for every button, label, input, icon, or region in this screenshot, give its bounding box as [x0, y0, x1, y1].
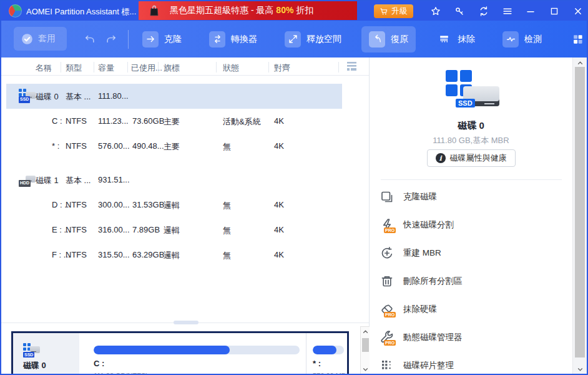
apply-button[interactable]: 套用 [14, 27, 67, 51]
partition-sub: 576.00 MB [313, 372, 346, 375]
action-label: 抹除硬碟 [403, 304, 437, 315]
shopping-bag-icon [147, 3, 161, 18]
menu-icon[interactable] [501, 5, 514, 18]
cell-used: 63.29GB [132, 250, 164, 259]
scroll-up-icon[interactable] [361, 328, 370, 336]
column-header-3[interactable]: 容量 [98, 62, 114, 74]
toolbar-button-1[interactable]: 克隆 [135, 26, 189, 52]
upgrade-button[interactable]: 升級 [374, 4, 413, 18]
toolbar-button-2[interactable]: 轉換器 [202, 26, 265, 52]
action-item-7[interactable]: 磁碟碎片整理 [370, 351, 572, 375]
toolbar-button-4[interactable]: 復原 [361, 26, 416, 52]
disk-map-strip[interactable]: SSD 磁碟 0 C : 111.23 GB(NTFS) * : 576.00 … [11, 331, 349, 375]
cell-flag: 邏輯 [164, 200, 180, 211]
action-item-6[interactable]: PRO動態磁碟管理器 [370, 323, 572, 351]
action-label: 重建 MBR [403, 248, 441, 259]
license-key-icon[interactable] [453, 5, 466, 18]
column-header-1[interactable]: 名稱 [36, 62, 52, 74]
partition-label: C : [94, 359, 104, 368]
close-button[interactable] [572, 5, 584, 18]
disk-map-label: SSD 磁碟 0 [13, 333, 79, 375]
wipe-icon [436, 31, 452, 48]
column-header-6[interactable]: 狀態 [223, 62, 239, 74]
partition-row[interactable]: F : ...NTFS315.50...63.29GB邏輯無4K [6, 242, 342, 268]
app-logo-icon [9, 4, 22, 18]
column-header-5[interactable]: 旗標 [164, 62, 180, 74]
quick-partition-icon: PRO [380, 218, 394, 232]
scroll-down-icon[interactable] [573, 365, 587, 374]
action-item-2[interactable]: PRO快速磁碟分割 [370, 211, 572, 239]
cell-used: 7.89GB [132, 225, 160, 234]
toolbar-button-7[interactable]: 工具 [562, 26, 588, 52]
disk-properties-button[interactable]: i 磁碟屬性與健康 [427, 149, 516, 167]
partition-row[interactable]: D : ...NTFS300.00...31.53GB邏輯無4K [6, 192, 342, 218]
scroll-down-icon[interactable] [361, 365, 370, 374]
table-rows: SSD磁碟 0基本 ...111.80...C :NTFS111.23...73… [6, 84, 342, 268]
panel-disk-info: 111.80 GB,基本 MBR [370, 135, 572, 146]
header-separator [94, 62, 94, 72]
disk-map-name: 磁碟 0 [23, 360, 46, 371]
toolbar-button-6[interactable]: 檢測 [495, 26, 549, 52]
view-options-icon[interactable] [343, 60, 358, 72]
partition-block-star[interactable]: * : 576.00 MB [306, 333, 347, 375]
undo-button[interactable] [84, 33, 96, 46]
ssd-disk-icon: SSD [19, 89, 36, 104]
action-label: 動態磁碟管理器 [403, 332, 463, 343]
cell-name: C : [52, 116, 62, 126]
header-separator [216, 62, 217, 72]
star-rate-icon[interactable] [429, 5, 442, 18]
redo-button[interactable] [105, 33, 117, 46]
header-separator [158, 62, 159, 72]
action-item-1[interactable]: 克隆磁碟 [370, 182, 572, 211]
clone-disk-icon [380, 189, 394, 204]
action-label: 刪除所有分割區 [403, 276, 463, 287]
toolbar-button-5[interactable]: 抹除 [428, 26, 483, 52]
cell-type: NTFS [66, 225, 87, 234]
partition-row[interactable]: E : ...NTFS316.00...7.89GB邏輯無4K [6, 218, 342, 242]
action-item-3[interactable]: 重建 MBR [370, 239, 572, 267]
refresh-icon[interactable] [478, 5, 490, 18]
header-separator [338, 62, 339, 72]
disk-row[interactable]: HDD磁碟 1基本 ...931.51... [6, 168, 342, 192]
column-header-2[interactable]: 類型 [66, 62, 82, 74]
column-header-7[interactable]: 對齊 [274, 62, 290, 74]
title-bar: AOMEI Partition Assistant 標... 黑色星期五超級特惠… [1, 1, 587, 21]
free-space-icon [285, 31, 301, 48]
maximize-button[interactable] [548, 5, 561, 18]
toolbar-divider [128, 30, 129, 49]
promo-text: 黑色星期五超級特惠 - 最高 80% 折扣 [170, 5, 313, 16]
action-item-4[interactable]: 刪除所有分割區 [370, 267, 572, 295]
cell-align: 4K [274, 200, 284, 209]
toolbar-button-label: 轉換器 [231, 34, 257, 45]
disk-row[interactable]: SSD磁碟 0基本 ...111.80... [6, 84, 342, 109]
scrollbar-thumb[interactable] [362, 338, 369, 352]
cell-type: NTFS [66, 200, 87, 209]
scroll-up-icon[interactable] [573, 59, 587, 68]
splitter-handle[interactable] [174, 321, 198, 324]
ssd-illustration: SSD [446, 70, 499, 115]
panel-disk-name: 磁碟 0 [370, 120, 572, 132]
panel-scrollbar[interactable] [572, 58, 587, 375]
converter-icon [209, 31, 225, 48]
scrollbar-thumb[interactable] [575, 67, 585, 358]
cell-used: 73.60GB [132, 116, 164, 126]
cell-capacity: 576.00... [98, 141, 130, 151]
apply-label: 套用 [38, 33, 56, 44]
cell-used: 31.53GB [132, 200, 164, 209]
cell-capacity: 111.23... [98, 116, 129, 126]
ssd-disk-icon: SSD [23, 343, 40, 358]
partition-block-c[interactable]: C : 111.23 GB(NTFS) [79, 333, 306, 375]
cell-type: 基本 ... [66, 91, 91, 102]
toolbar-button-label: 抹除 [458, 34, 475, 45]
partition-row[interactable]: * :NTFS576.00...490.48...主要無4K [6, 134, 342, 159]
cell-status: 無 [223, 225, 231, 236]
minimize-button[interactable] [524, 5, 537, 18]
table-header: 名稱類型容量已使用...旗標狀態對齊 [1, 59, 369, 76]
promo-banner[interactable]: 黑色星期五超級特惠 - 最高 80% 折扣 [139, 1, 357, 20]
action-item-5[interactable]: PRO抹除硬碟 [370, 295, 572, 323]
toolbar-button-3[interactable]: 釋放空間 [277, 26, 349, 52]
partition-row[interactable]: C :NTFS111.23...73.60GB主要活動&系統4K [6, 109, 342, 134]
header-separator [127, 62, 128, 72]
cart-icon [380, 7, 389, 16]
panel-separator [381, 179, 562, 180]
